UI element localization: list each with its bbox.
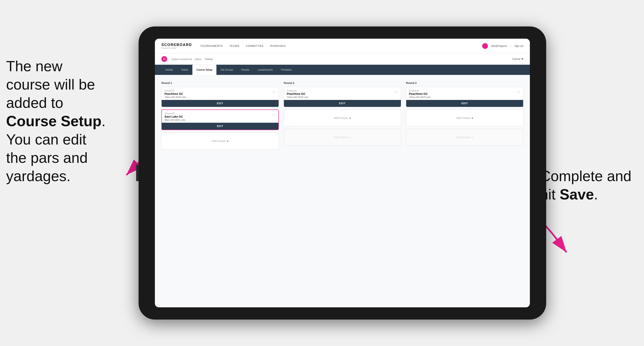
- round2-add-course-text: Add Course: [334, 116, 348, 120]
- nav-tournaments[interactable]: TOURNAMENTS: [200, 44, 223, 47]
- round-1-label: Round 1: [162, 81, 279, 84]
- tablet-device: SCOREBOARD Powered by clippd TOURNAMENTS…: [138, 26, 546, 320]
- round2-course-a-label: (Course A): [287, 90, 394, 92]
- brand-name: SCOREBOARD: [162, 43, 192, 47]
- tab-teams[interactable]: Teams: [177, 65, 192, 75]
- tournament-logo: C: [162, 56, 167, 62]
- round-1-column: Round 1 (Course A) Peachtree GC Yellow (…: [162, 81, 279, 152]
- annotation-right: Complete and hit Save.: [540, 167, 638, 203]
- brand-powered: Powered by clippd: [162, 47, 192, 49]
- tab-details[interactable]: Details: [162, 65, 177, 75]
- nav-teams[interactable]: TEAMS: [229, 44, 240, 47]
- round2-add-course-disabled-text: Add Course: [334, 136, 348, 139]
- user-avatar: [482, 43, 488, 49]
- round3-course-a-label: (Course A): [409, 90, 517, 92]
- round2-add-course-disabled: Add Course +: [284, 129, 401, 146]
- round3-add-course-disabled: Add Course +: [406, 129, 523, 146]
- round3-add-course-disabled-plus-icon: +: [472, 136, 473, 139]
- round3-course-a-details: Yellow (M) (6629 yds): [409, 96, 517, 98]
- sign-out-link[interactable]: Sign out: [514, 45, 523, 47]
- nav-links: TOURNAMENTS TEAMS COMMITTEE RANKINGS: [200, 44, 482, 47]
- screen: SCOREBOARD Powered by clippd TOURNAMENTS…: [155, 39, 530, 307]
- round-2-column: Round 2 (Course A) Peachtree GC Yellow (…: [284, 81, 401, 152]
- cancel-button[interactable]: Cancel✕: [512, 57, 523, 60]
- round1-course-b-label: (Course B): [165, 112, 272, 115]
- annotation-left: The new course will be added to Course S…: [6, 57, 124, 185]
- round1-course-a-name: Peachtree GC: [164, 92, 272, 95]
- main-content: Round 1 (Course A) Peachtree GC Yellow (…: [155, 75, 530, 307]
- round2-course-a-delete-icon[interactable]: □: [394, 90, 398, 95]
- round2-course-a-edit-button[interactable]: Edit: [284, 100, 401, 107]
- round3-course-a-delete-icon[interactable]: □: [517, 90, 520, 95]
- round2-add-course-button[interactable]: Add Course +: [284, 110, 401, 126]
- round1-course-a-delete-icon[interactable]: □: [272, 90, 276, 95]
- round1-course-a-label: (Course A): [164, 90, 272, 92]
- round3-add-course-text: Add Course: [456, 116, 470, 120]
- round3-course-a-name: Peachtree GC: [409, 92, 517, 95]
- round1-add-course-plus-icon: +: [227, 139, 229, 143]
- round1-course-b-details: Black (M) (6891 yds): [165, 119, 272, 121]
- round1-course-b-name: East Lake GC: [165, 115, 272, 118]
- round2-course-a-details: Yellow (M) (6629 yds): [287, 96, 394, 98]
- round3-add-course-plus-icon: +: [472, 116, 473, 120]
- round1-course-b-delete-icon[interactable]: □: [272, 112, 276, 118]
- brand-logo: SCOREBOARD Powered by clippd: [162, 43, 192, 49]
- round1-course-a-details: Yellow (M) (6629 yds): [164, 96, 272, 98]
- tab-tee-groups[interactable]: Tee Groups: [216, 65, 237, 75]
- user-email: blair@clippd.io: [491, 45, 507, 47]
- nav-committee[interactable]: COMMITTEE: [246, 44, 264, 47]
- tab-leaderboards[interactable]: Leaderboards: [254, 65, 277, 75]
- nav-rankings[interactable]: RANKINGS: [270, 44, 286, 47]
- round1-course-b-edit-button[interactable]: Edit: [162, 123, 278, 130]
- rounds-grid: Round 1 (Course A) Peachtree GC Yellow (…: [162, 81, 523, 152]
- hosting-badge: Hosting: [205, 58, 212, 60]
- round-3-label: Round 3: [406, 81, 523, 84]
- round2-add-course-plus-icon: +: [349, 116, 351, 120]
- tournament-bar: C Clippd Invitational (Men) Hosting Canc…: [155, 53, 530, 65]
- round2-add-course-disabled-plus-icon: +: [349, 136, 351, 139]
- round3-course-a-card: (Course A) Peachtree GC Yellow (M) (6629…: [406, 87, 523, 107]
- round2-course-a-name: Peachtree GC: [287, 92, 394, 95]
- round-2-label: Round 2: [284, 81, 401, 84]
- round3-add-course-disabled-text: Add Course: [456, 136, 470, 139]
- round1-add-course-text: Add Course: [212, 139, 226, 143]
- round1-course-b-card: (Course B) East Lake GC Black (M) (6891 …: [162, 110, 279, 130]
- tab-printables[interactable]: Printables: [277, 65, 296, 75]
- round1-course-a-edit-button[interactable]: Edit: [162, 100, 278, 107]
- top-navigation: SCOREBOARD Powered by clippd TOURNAMENTS…: [155, 39, 530, 53]
- round-3-column: Round 3 (Course A) Peachtree GC Yellow (…: [406, 81, 523, 152]
- round1-add-course-button[interactable]: Add Course +: [162, 133, 279, 149]
- round3-course-a-edit-button[interactable]: Edit: [406, 100, 523, 107]
- round1-course-a-card: (Course A) Peachtree GC Yellow (M) (6629…: [162, 87, 279, 107]
- round2-course-a-card: (Course A) Peachtree GC Yellow (M) (6629…: [284, 87, 401, 107]
- tab-results[interactable]: Results: [237, 65, 254, 75]
- nav-right: blair@clippd.io | Sign out: [482, 43, 523, 49]
- sub-tabs: Details Teams Course Setup Tee Groups Re…: [155, 65, 530, 75]
- tournament-name: Clippd Invitational (Men): [170, 57, 202, 61]
- round3-add-course-button[interactable]: Add Course +: [406, 110, 523, 126]
- tab-course-setup[interactable]: Course Setup: [192, 65, 216, 75]
- tablet-side-button: [136, 165, 138, 181]
